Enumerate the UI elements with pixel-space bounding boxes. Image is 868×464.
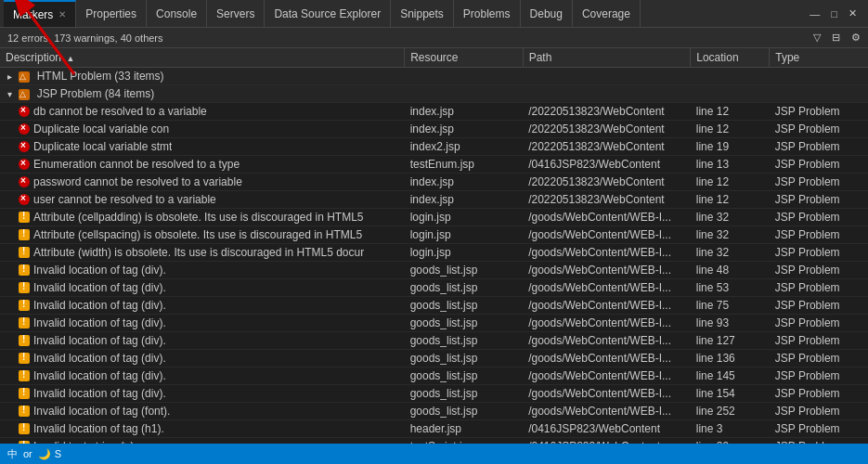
path-cell: /goods/WebContent/WEB-I... — [523, 367, 691, 385]
table-row[interactable]: password cannot be resolved to a variabl… — [0, 174, 868, 191]
group-row[interactable]: ▸ HTML Problem (33 items) — [0, 68, 868, 85]
description-text: user cannot be resolved to a variable — [33, 193, 216, 206]
maximize-button[interactable]: □ — [827, 6, 841, 20]
path-cell: /goods/WebContent/WEB-I... — [523, 262, 691, 279]
settings-button[interactable]: ⚙ — [848, 31, 864, 45]
tab-servers[interactable]: Servers — [207, 0, 265, 27]
table-row[interactable]: Duplicate local variable stmt index2.jsp… — [0, 138, 868, 156]
warning-icon — [19, 212, 30, 223]
error-icon — [19, 194, 30, 205]
location-cell: line 12 — [691, 121, 770, 138]
table-row[interactable]: Attribute (cellpadding) is obsolete. Its… — [0, 209, 868, 226]
description-text: Invalid location of tag (div). — [33, 334, 166, 347]
tab-problems[interactable]: Problems — [454, 0, 521, 27]
location-cell: line 13 — [691, 156, 770, 174]
table-row[interactable]: Invalid location of tag (div). goods_lis… — [0, 350, 868, 367]
col-header-location[interactable]: Location — [691, 48, 770, 68]
description-text: password cannot be resolved to a variabl… — [33, 175, 242, 188]
location-cell: line 154 — [691, 385, 770, 403]
tab-snippets[interactable]: Snippets — [391, 0, 454, 27]
table-row[interactable]: Duplicate local variable con index.jsp /… — [0, 121, 868, 138]
warning-icon — [19, 388, 30, 399]
group-row[interactable]: ▾ JSP Problem (84 items) — [0, 85, 868, 103]
resource-cell: goods_list.jsp — [405, 262, 524, 279]
description-text: Invalid location of tag (div). — [33, 264, 166, 277]
location-cell: line 12 — [691, 174, 770, 191]
group-chevron[interactable]: ▸ — [7, 71, 12, 82]
location-cell: line 75 — [691, 297, 770, 315]
table-row[interactable]: db cannot be resolved to a variable inde… — [0, 103, 868, 121]
resource-cell: index.jsp — [405, 174, 524, 191]
tab-problems-label: Problems — [463, 7, 511, 20]
group-label: JSP Problem (84 items) — [37, 87, 155, 100]
description-text: Enumeration cannot be resolved to a type — [33, 158, 240, 171]
warning-icon — [19, 370, 30, 381]
location-cell: line 93 — [691, 315, 770, 332]
warning-icon — [19, 282, 30, 293]
description-text: Invalid location of tag (div). — [33, 299, 166, 312]
location-cell: line 12 — [691, 103, 770, 121]
table-row[interactable]: Invalid location of tag (div). goods_lis… — [0, 279, 868, 297]
type-cell: JSP Problem — [770, 138, 868, 156]
table-row[interactable]: Invalid location of tag (div). goods_lis… — [0, 297, 868, 315]
type-cell: JSP Problem — [770, 350, 868, 367]
moon-icon: 🌙 — [38, 448, 51, 460]
path-cell: /20220513823/WebContent — [523, 121, 691, 138]
warning-icon — [19, 264, 30, 276]
group-chevron[interactable]: ▾ — [7, 89, 12, 99]
col-header-type[interactable]: Type — [770, 48, 868, 68]
col-header-path[interactable]: Path — [523, 48, 691, 68]
collapse-all-button[interactable]: ⊟ — [828, 31, 844, 45]
table-row[interactable]: Invalid location of tag (div). goods_lis… — [0, 367, 868, 385]
tab-coverage[interactable]: Coverage — [573, 0, 641, 27]
tab-data-source-explorer[interactable]: Data Source Explorer — [265, 0, 391, 27]
table-row[interactable]: Invalid location of tag (div). goods_lis… — [0, 262, 868, 279]
resource-cell: goods_list.jsp — [405, 332, 524, 350]
resource-cell: goods_list.jsp — [405, 385, 524, 403]
table-row[interactable]: Invalid location of tag (div). goods_lis… — [0, 315, 868, 332]
error-icon — [19, 106, 30, 117]
table-row[interactable]: Attribute (cellspacing) is obsolete. Its… — [0, 226, 868, 244]
table-row[interactable]: Enumeration cannot be resolved to a type… — [0, 156, 868, 174]
resource-cell: goods_list.jsp — [405, 297, 524, 315]
table-row[interactable]: Invalid location of tag (font). goods_li… — [0, 403, 868, 420]
warning-icon — [19, 406, 30, 417]
location-cell: line 12 — [691, 191, 770, 209]
resource-cell: login.jsp — [405, 244, 524, 262]
tab-properties[interactable]: Properties — [76, 0, 147, 27]
markers-table-container[interactable]: Description ▲ Resource Path Location Typ… — [0, 48, 868, 444]
description-text: Attribute (width) is obsolete. Its use i… — [33, 246, 364, 259]
type-cell: JSP Problem — [770, 297, 868, 315]
tab-markers[interactable]: Markers ✕ — [4, 0, 76, 27]
error-icon — [19, 159, 30, 170]
close-button[interactable]: ✕ — [845, 6, 861, 20]
warning-icon — [19, 441, 30, 444]
table-row[interactable]: Invalid location of tag (div). goods_lis… — [0, 332, 868, 350]
group-icon — [19, 89, 30, 100]
type-cell: JSP Problem — [770, 279, 868, 297]
description-text: Invalid location of tag (div). — [33, 316, 166, 329]
summary-text: 12 errors, 173 warnings, 40 others — [4, 32, 810, 44]
table-row[interactable]: Invalid location of tag (h1). header.jsp… — [0, 420, 868, 438]
tab-snippets-label: Snippets — [400, 7, 444, 20]
status-bar: 中 or 🌙 S — [0, 444, 868, 464]
location-cell: line 3 — [691, 420, 770, 438]
tab-markers-close[interactable]: ✕ — [58, 9, 66, 19]
description-text: Invalid location of tag (div). — [33, 387, 166, 400]
table-row[interactable]: Attribute (width) is obsolete. Its use i… — [0, 244, 868, 262]
table-row[interactable]: Invalid location of tag (div). goods_lis… — [0, 385, 868, 403]
minimize-button[interactable]: — — [806, 6, 823, 20]
type-cell: JSP Problem — [770, 191, 868, 209]
description-text: Duplicate local variable stmt — [33, 140, 172, 153]
group-label: HTML Problem (33 items) — [37, 70, 164, 83]
tab-console[interactable]: Console — [147, 0, 207, 27]
location-cell: line 32 — [691, 244, 770, 262]
path-cell: /goods/WebContent/WEB-I... — [523, 226, 691, 244]
tab-debug[interactable]: Debug — [521, 0, 573, 27]
col-header-resource[interactable]: Resource — [405, 48, 524, 68]
col-header-description[interactable]: Description ▲ — [0, 48, 405, 68]
filter-button[interactable]: ▽ — [810, 31, 824, 45]
path-cell: /goods/WebContent/WEB-I... — [523, 244, 691, 262]
table-row[interactable]: user cannot be resolved to a variable in… — [0, 191, 868, 209]
warning-icon — [19, 423, 30, 434]
